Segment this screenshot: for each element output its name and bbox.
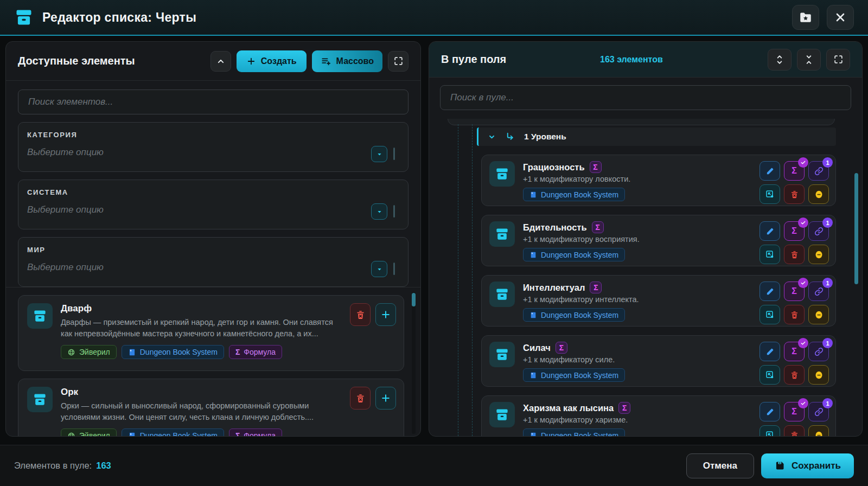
fullscreen-icon bbox=[833, 54, 844, 65]
move-pool-item-button[interactable] bbox=[760, 245, 780, 264]
left-fullscreen-button[interactable] bbox=[388, 51, 409, 72]
move-into-icon bbox=[765, 250, 775, 259]
formula-pool-item-button[interactable]: Σ bbox=[784, 161, 805, 181]
link-pool-item-button[interactable]: 1 bbox=[808, 342, 829, 361]
add-item-to-pool-button[interactable] bbox=[375, 387, 396, 410]
delete-item-button[interactable] bbox=[350, 303, 371, 326]
remove-pool-item-button[interactable] bbox=[784, 184, 805, 204]
cancel-button[interactable]: Отмена bbox=[686, 453, 754, 478]
left-scrollbar-track[interactable] bbox=[412, 292, 416, 434]
titlebar: Редактор списка: Черты bbox=[0, 0, 868, 36]
trash-icon bbox=[790, 250, 799, 259]
item-title: Орк bbox=[61, 387, 343, 398]
tree-guide-line bbox=[458, 124, 458, 436]
check-icon bbox=[800, 280, 806, 286]
edit-pool-item-button[interactable] bbox=[760, 221, 780, 241]
fold-vertical-icon bbox=[803, 54, 814, 65]
pool-count-footer-label: Элементов в пуле: bbox=[14, 461, 92, 470]
filter-category-dropdown-button[interactable] bbox=[371, 146, 387, 162]
filter-world-label: МИР bbox=[27, 246, 399, 254]
formula-pool-item-button[interactable]: Σ bbox=[784, 402, 805, 421]
filter-world[interactable]: МИР Выберите опцию bbox=[18, 237, 409, 287]
move-pool-item-button[interactable] bbox=[760, 184, 780, 204]
close-icon bbox=[834, 11, 847, 24]
pool-scrollbar-thumb[interactable] bbox=[854, 173, 858, 284]
item-description: Орки — сильный и выносливый народ, сформ… bbox=[61, 400, 343, 423]
pool-search-input[interactable] bbox=[440, 85, 851, 110]
system-badge: Dungeon Book System bbox=[523, 188, 625, 201]
bulk-button[interactable]: Массово bbox=[312, 50, 382, 72]
collapse-all-button[interactable] bbox=[797, 49, 821, 71]
edit-pool-item-button[interactable] bbox=[760, 282, 780, 301]
expand-all-button[interactable] bbox=[768, 49, 792, 71]
system-badge: Dungeon Book System bbox=[523, 248, 625, 261]
collapse-panel-button[interactable] bbox=[210, 51, 231, 72]
available-item-card: Дварф Дварфы — приземистый и крепкий нар… bbox=[18, 295, 404, 371]
chevron-up-icon bbox=[215, 56, 226, 67]
filter-system-dropdown-button[interactable] bbox=[371, 203, 387, 220]
remove-pool-item-button[interactable] bbox=[784, 425, 805, 436]
remove-pool-item-button[interactable] bbox=[784, 365, 805, 385]
filter-world-dropdown-button[interactable] bbox=[371, 261, 387, 277]
left-scrollbar-thumb[interactable] bbox=[412, 293, 416, 306]
pool-fullscreen-button[interactable] bbox=[826, 49, 850, 71]
move-pool-item-button[interactable] bbox=[760, 425, 780, 436]
create-button[interactable]: Создать bbox=[237, 50, 307, 72]
formula-pool-item-button[interactable]: Σ bbox=[784, 221, 805, 241]
filter-category[interactable]: КАТЕГОРИЯ Выберите опцию bbox=[18, 122, 409, 172]
close-button[interactable] bbox=[827, 5, 854, 30]
pool-item-title: Грациозность bbox=[523, 162, 585, 172]
create-button-label: Создать bbox=[261, 56, 297, 66]
disable-pool-item-button[interactable] bbox=[808, 245, 829, 264]
globe-icon bbox=[67, 432, 75, 436]
formula-check-badge bbox=[798, 398, 808, 408]
filter-system[interactable]: СИСТЕМА Выберите опцию bbox=[18, 180, 409, 229]
sigma-icon: Σ bbox=[792, 286, 797, 296]
left-panel-controls: Создать Массово bbox=[210, 50, 409, 72]
link-icon bbox=[814, 167, 824, 176]
pencil-icon bbox=[765, 407, 775, 417]
move-pool-item-button[interactable] bbox=[760, 305, 780, 324]
add-item-to-pool-button[interactable] bbox=[375, 303, 396, 326]
edit-pool-item-button[interactable] bbox=[760, 161, 780, 181]
remove-pool-item-button[interactable] bbox=[784, 305, 805, 324]
link-pool-item-button[interactable]: 1 bbox=[808, 282, 829, 301]
library-button[interactable] bbox=[792, 5, 819, 30]
link-pool-item-button[interactable]: 1 bbox=[808, 402, 829, 421]
disable-pool-item-button[interactable] bbox=[808, 184, 829, 204]
titlebar-actions bbox=[792, 5, 854, 30]
pool-item-card: Харизма как лысина Σ +1 к модификатору х… bbox=[481, 395, 836, 436]
delete-item-button[interactable] bbox=[350, 387, 371, 410]
archive-box-icon bbox=[495, 407, 509, 422]
elements-search-input[interactable] bbox=[18, 89, 409, 114]
formula-pool-item-button[interactable]: Σ bbox=[784, 282, 805, 301]
pool-cards: Грациозность Σ +1 к модификатору ловкост… bbox=[481, 155, 836, 436]
edit-pool-item-button[interactable] bbox=[760, 402, 780, 421]
save-button[interactable]: Сохранить bbox=[761, 453, 854, 478]
chevron-down-icon bbox=[375, 208, 384, 216]
disable-pool-item-button[interactable] bbox=[808, 425, 829, 436]
formula-check-badge bbox=[798, 338, 808, 348]
disable-pool-item-button[interactable] bbox=[808, 365, 829, 385]
system-badge: Dungeon Book System bbox=[122, 345, 224, 359]
folder-star-icon bbox=[799, 10, 813, 24]
link-count-badge: 1 bbox=[822, 218, 833, 228]
item-description: Дварфы — приземистый и крепкий народ, де… bbox=[61, 317, 343, 340]
move-pool-item-button[interactable] bbox=[760, 365, 780, 385]
system-badge: Dungeon Book System bbox=[523, 429, 625, 436]
link-pool-item-button[interactable]: 1 bbox=[808, 161, 829, 181]
formula-check-badge bbox=[798, 278, 808, 288]
formula-pool-item-button[interactable]: Σ bbox=[784, 342, 805, 361]
pool-item-card: Силач Σ +1 к модификатору силе. Dungeon … bbox=[481, 335, 836, 387]
remove-pool-item-button[interactable] bbox=[784, 245, 805, 264]
check-icon bbox=[800, 159, 806, 165]
link-pool-item-button[interactable]: 1 bbox=[808, 221, 829, 241]
plus-icon bbox=[246, 56, 256, 66]
edit-pool-item-button[interactable] bbox=[760, 342, 780, 361]
footer: Элементов в пуле:163 Отмена Сохранить bbox=[0, 445, 868, 486]
disable-pool-item-button[interactable] bbox=[808, 305, 829, 324]
pool-group-header[interactable]: 1 Уровень bbox=[477, 127, 836, 146]
filter-category-placeholder: Выберите опцию bbox=[27, 147, 399, 158]
item-badges: Эйверил Dungeon Book System Σ Формула bbox=[61, 429, 289, 436]
pool-item-title: Интеллектуал bbox=[523, 283, 585, 293]
